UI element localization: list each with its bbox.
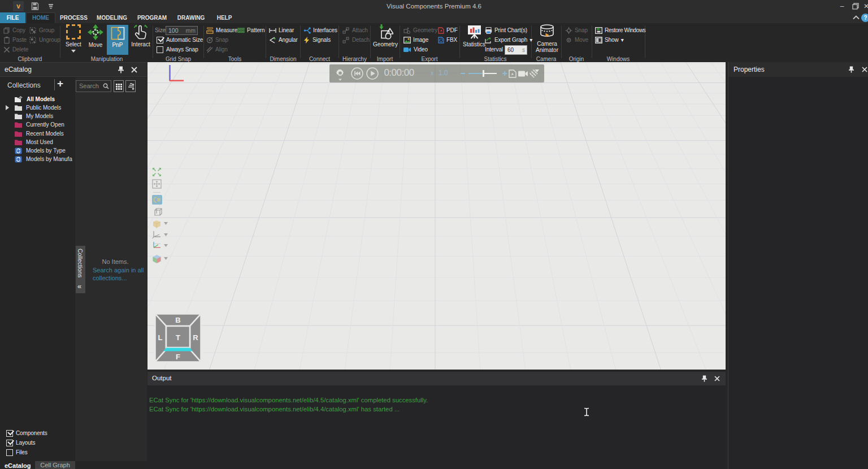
svg-text:R: R xyxy=(193,333,198,342)
svg-text:L: L xyxy=(158,333,163,342)
svg-text:B: B xyxy=(175,316,180,324)
svg-text:F: F xyxy=(176,353,180,361)
svg-text:T: T xyxy=(176,333,180,342)
